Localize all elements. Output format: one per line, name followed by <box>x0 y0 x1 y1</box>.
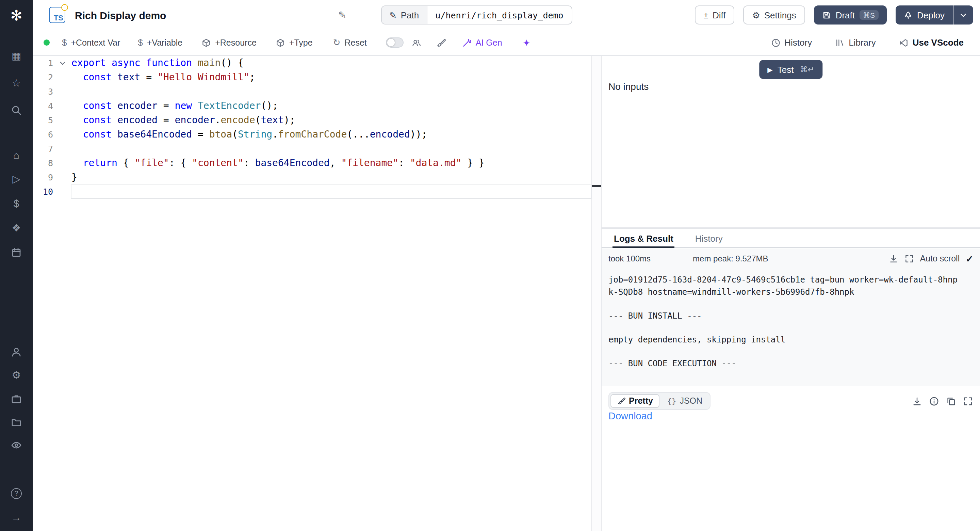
add-resource-button[interactable]: +Resource <box>202 38 256 47</box>
add-resource-label: +Resource <box>215 38 256 47</box>
copy-icon[interactable] <box>946 396 956 406</box>
deploy-more-button[interactable] <box>953 5 973 24</box>
help-icon[interactable]: ? <box>0 487 33 501</box>
result-toolbar: Pretty {} JSON <box>608 392 973 410</box>
auto-scroll-label[interactable]: Auto scroll <box>920 254 959 263</box>
logs-panel: took 100ms mem peak: 9.527MB Auto scroll… <box>601 249 980 386</box>
path-input[interactable]: u/henri/rich_display_demo <box>427 6 571 24</box>
draft-button[interactable]: Draft ⌘S <box>814 5 886 24</box>
arrow-right-icon[interactable]: → <box>0 510 33 523</box>
diff-button[interactable]: ± Diff <box>695 5 735 24</box>
edit-summary-button[interactable]: ✎ <box>338 0 346 30</box>
horizontal-resize-handle[interactable] <box>601 227 980 229</box>
panel-resize-handle[interactable] <box>592 56 601 531</box>
code-line[interactable]: 10 <box>33 185 592 199</box>
download-logs-icon[interactable] <box>888 254 898 263</box>
draft-label: Draft <box>836 10 855 20</box>
gutter-space <box>53 99 72 113</box>
ai-gen-label: AI Gen <box>476 38 502 47</box>
grid-icon[interactable]: ▦ <box>0 49 33 63</box>
header-actions: ± Diff ⚙ Settings Draft ⌘S Deploy <box>695 5 973 24</box>
help-icon: ? <box>11 488 22 499</box>
code-line[interactable]: 7 <box>33 142 592 156</box>
use-vscode-button[interactable]: Use VScode <box>899 37 964 48</box>
json-tab[interactable]: {} JSON <box>661 395 708 407</box>
info-icon[interactable] <box>929 396 939 406</box>
star-icon[interactable]: ☆ <box>0 76 33 90</box>
collab-toggle[interactable] <box>386 37 404 48</box>
test-label: Test <box>778 64 794 75</box>
line-number: 2 <box>33 70 53 85</box>
download-result-icon[interactable] <box>912 396 922 406</box>
dollar-icon[interactable]: $ <box>0 196 33 210</box>
result-actions <box>912 396 973 406</box>
diff-label: Diff <box>713 10 726 20</box>
deploy-button[interactable]: Deploy <box>895 5 953 24</box>
test-button[interactable]: ▶ Test ⌘↵ <box>759 60 822 79</box>
gear-icon[interactable]: ⚙ <box>0 368 33 382</box>
code-line[interactable]: 2 const text = "Hello Windmill"; <box>33 70 592 85</box>
no-inputs-text: No inputs <box>608 81 649 92</box>
pretty-label: Pretty <box>629 396 653 406</box>
editor-lines: 1export async function main() {2 const t… <box>33 56 592 199</box>
settings-button[interactable]: ⚙ Settings <box>743 5 805 24</box>
play-icon[interactable]: ▷ <box>0 172 33 186</box>
calendar-icon[interactable] <box>0 246 33 259</box>
add-context-var-button[interactable]: $ +Context Var <box>62 37 120 48</box>
history-button[interactable]: History <box>771 37 812 48</box>
code-editor[interactable]: 1export async function main() {2 const t… <box>33 56 592 531</box>
library-label: Library <box>849 37 876 48</box>
expand-logs-icon[interactable] <box>904 254 914 263</box>
windmill-logo-icon[interactable]: ✻ <box>0 9 33 22</box>
folder-icon[interactable] <box>0 415 33 429</box>
sidebar: ✻▦☆⌂▷$❖⚙?→ <box>0 0 33 531</box>
add-type-button[interactable]: +Type <box>275 38 313 47</box>
add-type-label: +Type <box>289 38 313 47</box>
reset-button[interactable]: ↻ Reset <box>333 37 367 48</box>
user-icon[interactable] <box>0 345 33 359</box>
result-view-switch: Pretty {} JSON <box>608 392 711 410</box>
ai-gen-button[interactable]: AI Gen <box>462 38 502 47</box>
duration-text: took 100ms <box>608 254 651 263</box>
clock-icon <box>771 38 780 47</box>
code-line[interactable]: 3 <box>33 85 592 99</box>
history-label: History <box>784 37 812 48</box>
pretty-tab[interactable]: Pretty <box>611 394 660 408</box>
log-output: job=01912d75-163d-8204-47c9-5469c516cb1e… <box>601 269 973 375</box>
code-line[interactable]: 6 const base64Encoded = btoa(String.from… <box>33 127 592 142</box>
eye-icon[interactable] <box>0 439 33 452</box>
library-icon <box>835 38 845 47</box>
tab-history[interactable]: History <box>694 230 724 247</box>
users-button[interactable] <box>412 38 421 47</box>
line-number: 9 <box>33 170 53 185</box>
search-icon[interactable] <box>0 104 33 117</box>
code-line[interactable]: 8 return { "file": { "content": base64En… <box>33 156 592 170</box>
code-line[interactable]: 1export async function main() { <box>33 56 592 70</box>
home-icon[interactable]: ⌂ <box>0 148 33 161</box>
deploy-button-group: Deploy <box>895 5 973 24</box>
reset-label: Reset <box>344 38 366 47</box>
code-line[interactable]: 4 const encoder = new TextEncoder(); <box>33 99 592 113</box>
add-variable-button[interactable]: $ +Variable <box>138 37 182 48</box>
briefcase-icon[interactable] <box>0 392 33 406</box>
check-icon[interactable]: ✓ <box>966 254 973 264</box>
library-button[interactable]: Library <box>835 37 876 48</box>
path-button[interactable]: ✎ Path <box>382 6 427 24</box>
cubes-icon[interactable]: ❖ <box>0 221 33 235</box>
draft-shortcut: ⌘S <box>859 10 878 20</box>
code-line[interactable]: 9} <box>33 170 592 185</box>
page-title: Rich Display demo <box>75 0 166 30</box>
download-link[interactable]: Download <box>608 410 652 421</box>
path-label: Path <box>401 10 419 20</box>
save-icon <box>822 11 831 19</box>
code-line[interactable]: 5 const encoded = encoder.encode(text); <box>33 113 592 127</box>
header: TS Rich Display demo ✎ ✎ Path u/henri/ri… <box>33 0 980 30</box>
tab-logs-result[interactable]: Logs & Result <box>612 230 675 247</box>
code-text: const base64Encoded = btoa(String.fromCh… <box>72 127 427 142</box>
expand-result-icon[interactable] <box>963 396 973 406</box>
line-number: 5 <box>33 113 53 127</box>
format-button[interactable] <box>436 38 446 47</box>
fold-chevron-icon[interactable] <box>53 56 72 70</box>
diff-icon: ± <box>704 10 708 20</box>
sparkles-icon[interactable]: ✦ <box>523 37 530 48</box>
